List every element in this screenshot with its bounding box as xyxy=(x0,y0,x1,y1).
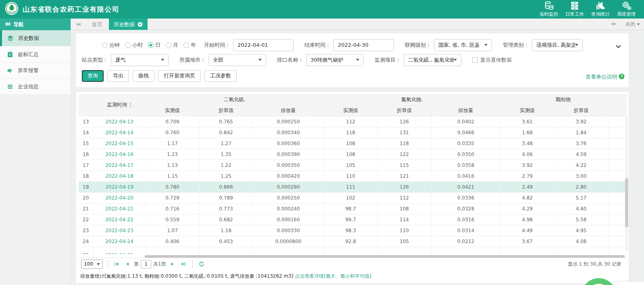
value-cell: 4.49 xyxy=(500,225,554,236)
tabs-scroll-right-button[interactable] xyxy=(611,22,617,27)
value-cell: 0.0335 xyxy=(431,138,500,149)
date-link[interactable]: 2022-04-21 xyxy=(93,203,146,214)
network-level-select[interactable]: 国家, 省, 市, 区县 xyxy=(434,39,492,51)
last-page-button[interactable] xyxy=(179,260,188,268)
value-cell: 0.0328 xyxy=(431,203,500,214)
site-type-select[interactable]: 废气 xyxy=(111,54,169,66)
vertical-scrollbar-thumb[interactable] xyxy=(625,178,628,227)
query-button[interactable]: 查询 xyxy=(82,70,104,82)
value-cell: 1.18 xyxy=(199,225,253,236)
manage-category-select[interactable]: 违规项目, 高架源, 重点排放 xyxy=(532,39,583,51)
value-cell: 0.000390 xyxy=(253,149,324,160)
tab-2[interactable]: 历史数据 xyxy=(109,19,148,30)
toolbar-button-2[interactable]: 导出 xyxy=(107,70,129,82)
close-tabs-dropdown[interactable]: 关闭 xyxy=(625,21,640,28)
page-size-select[interactable]: 100 xyxy=(81,260,103,269)
value-cell: 105 xyxy=(377,236,431,247)
period-radio-2[interactable]: 小时 xyxy=(125,42,143,49)
chevron-down-icon xyxy=(637,23,640,25)
sub-header: 实测值 xyxy=(146,105,199,116)
sort-icon[interactable] xyxy=(129,102,132,108)
refresh-icon[interactable] xyxy=(197,260,206,268)
sub-header xyxy=(608,105,626,116)
radio-icon xyxy=(183,42,189,48)
value-cell: 108 xyxy=(324,138,377,149)
data-table: 监测时间二氧化硫.氮氧化物.颗粒物实测值折算值排放量实测值折算值排放量实测值折算… xyxy=(79,94,626,258)
period-radio-4[interactable]: 月 xyxy=(166,42,178,49)
date-link[interactable]: 2022-04-24 xyxy=(93,236,146,247)
date-link[interactable]: 2022-04-22 xyxy=(93,214,146,225)
topnav-item-2[interactable]: 日常工作 xyxy=(562,0,588,19)
value-cell: 1.07 xyxy=(146,225,199,236)
chart-pie-icon xyxy=(588,0,613,11)
first-page-button[interactable] xyxy=(112,260,121,268)
value-cell: 0.000360 xyxy=(253,138,324,149)
date-link[interactable]: 2022-04-19 xyxy=(93,181,146,192)
topnav-item-1[interactable]: 实时监控 xyxy=(536,0,562,19)
sidebar-item-label: 历史数据 xyxy=(18,35,39,42)
unit-help-link[interactable]: 查看单位说明 ? xyxy=(586,73,625,81)
empty-cell xyxy=(608,149,626,160)
sidebar-item-1[interactable]: 历史数据 xyxy=(0,30,71,46)
tabs-scroll-left-button[interactable] xyxy=(71,19,85,30)
sub-header: 折算值 xyxy=(377,105,431,116)
direct-data-checkbox[interactable]: 显示直传数据 xyxy=(472,56,512,64)
value-cell: 0.000330 xyxy=(253,225,324,236)
radio-icon xyxy=(166,42,171,48)
drawers-icon xyxy=(562,0,588,11)
tab-label: 历史数据 xyxy=(114,19,135,30)
period-radio-5[interactable]: 年 xyxy=(183,42,196,49)
radio-icon xyxy=(148,42,154,48)
next-page-button[interactable] xyxy=(168,260,177,268)
sidebar-item-label: 企业信息 xyxy=(18,83,39,90)
network-level-label: 联网级别： xyxy=(405,42,431,49)
monitor-items-field: 监测项目：二氧化硫., 氮氧化物., 颗粒 xyxy=(375,54,461,66)
value-cell: 4.98 xyxy=(500,214,554,225)
value-cell: 1.35 xyxy=(199,149,253,160)
manage-category-field: 管理类别：违规项目, 高架源, 重点排放 xyxy=(503,39,583,51)
tab-close-icon[interactable] xyxy=(138,22,143,27)
prev-page-button[interactable] xyxy=(123,260,132,268)
stats-detail-link[interactable]: 点击查看详情[最大、最小和平均值] xyxy=(295,273,371,279)
toolbar-button-3[interactable]: 曲线 xyxy=(133,70,154,82)
group-header-2: 氮氧化物. xyxy=(324,94,500,105)
empty-cell xyxy=(608,236,626,247)
topnav-item-3[interactable]: 查询统计 xyxy=(588,0,613,19)
date-link[interactable]: 2022-04-20 xyxy=(93,192,146,203)
sidebar-item-2[interactable]: 超标汇总 xyxy=(0,46,71,62)
time-column-header[interactable]: 监测时间 xyxy=(93,94,146,116)
page-number-input[interactable] xyxy=(141,260,151,268)
value-cell: 1.22 xyxy=(199,160,253,171)
date-link[interactable]: 2022-04-17 xyxy=(93,160,146,171)
date-link[interactable]: 2022-04-18 xyxy=(93,171,146,181)
period-radio-1[interactable]: 分钟 xyxy=(102,42,120,49)
date-link[interactable]: 2022-04-13 xyxy=(93,116,146,127)
company-emblem-icon xyxy=(5,2,19,17)
sidebar-item-3[interactable]: 异常报警 xyxy=(0,62,71,79)
sidebar-item-4[interactable]: 企业信息 xyxy=(0,79,71,95)
date-link[interactable]: 2022-04-25 xyxy=(93,247,146,258)
end-time-input[interactable] xyxy=(333,39,394,51)
toolbar-button-5[interactable]: 工况参数 xyxy=(204,70,237,82)
period-radio-3[interactable]: 日 xyxy=(148,42,160,49)
monitor-items-select[interactable]: 二氧化硫., 氮氧化物., 颗粒 xyxy=(404,54,461,66)
date-link[interactable]: 2022-04-14 xyxy=(93,127,146,138)
date-link[interactable]: 2022-04-23 xyxy=(93,225,146,236)
start-time-input[interactable] xyxy=(233,39,294,51)
date-link[interactable]: 2022-04-16 xyxy=(93,149,146,160)
network-level-field: 联网级别：国家, 省, 市, 区县 xyxy=(405,39,492,51)
group-header-1: 二氧化硫. xyxy=(146,94,324,105)
tab-1[interactable]: 首页 xyxy=(85,19,109,30)
value-cell: 4.82 xyxy=(500,192,554,203)
topnav-item-4[interactable]: 系统管理 xyxy=(613,0,639,19)
date-link[interactable]: 2022-04-15 xyxy=(93,138,146,149)
chevron-down-icon xyxy=(356,59,359,61)
toolbar: 查询导出曲线打开新查询页工况参数 xyxy=(82,69,623,82)
collapse-filters-icon[interactable] xyxy=(615,42,621,50)
value-cell: 105 xyxy=(324,160,377,171)
table-row: 242022-04-240.4060.4530.000080092.81050.… xyxy=(79,236,626,247)
record-count-summary: 显示 1 到 30,共 30 记录 xyxy=(568,261,621,268)
outlet-name-select[interactable]: 30吨燃气锅炉 xyxy=(306,54,364,66)
city-select[interactable]: 全部 xyxy=(208,54,266,66)
toolbar-button-4[interactable]: 打开新查询页 xyxy=(158,70,201,82)
